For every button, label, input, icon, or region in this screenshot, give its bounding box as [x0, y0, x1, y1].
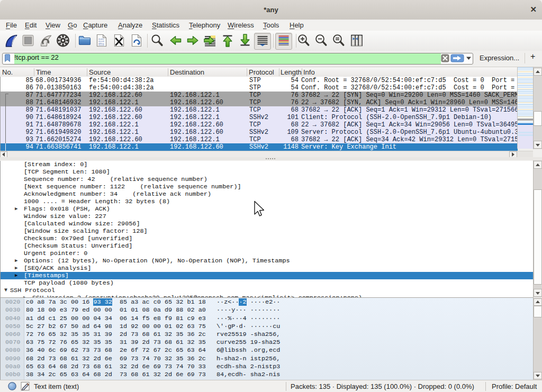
svg-text:0110: 0110: [98, 43, 104, 46]
